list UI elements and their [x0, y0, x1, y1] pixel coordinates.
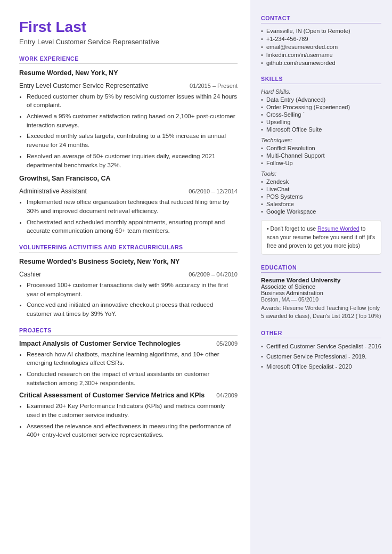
job-3-title-row: Cashier 06/2009 – 04/2010: [19, 271, 238, 278]
project-2-title: Critical Assessment of Customer Service …: [19, 392, 205, 399]
job-1-dates: 01/2015 – Present: [190, 83, 238, 89]
project-1-date: 05/2009: [216, 340, 238, 347]
edu-location: Boston, MA — 05/2010: [261, 296, 381, 303]
other-item: Certified Customer Service Specialist - …: [261, 343, 381, 351]
skill-item: Follow-Up: [261, 160, 381, 166]
job-2-bullets: Implemented new office organization tech…: [27, 198, 238, 235]
edu-field: Business Administration: [261, 290, 381, 296]
skills-heading: SKILLS: [261, 76, 381, 84]
skill-item: Cross-Selling `: [261, 111, 381, 118]
skill-item: Order Processing (Experienced): [261, 104, 381, 110]
bullet: Achieved a 95% customer satisfaction rat…: [27, 112, 238, 129]
employer-3: Resume Worded's Business Society, New Yo…: [19, 258, 238, 265]
contact-item: linkedin.com/in/username: [261, 52, 381, 58]
project-2-bullets: Examined 20+ Key Performance Indicators …: [27, 402, 238, 439]
job-2-title-row: Administrative Assistant 06/2010 – 12/20…: [19, 188, 238, 195]
promo-link[interactable]: Resume Worded: [317, 225, 360, 232]
job-1-title-row: Entry Level Customer Service Representat…: [19, 82, 238, 89]
education-heading: EDUCATION: [261, 264, 381, 273]
side-column: CONTACT Evansville, IN (Open to Remote) …: [250, 0, 392, 554]
skills-group-label-0: Hard Skills:: [261, 88, 381, 95]
edu-school: Resume Worded University: [261, 277, 381, 283]
skill-item: Data Entry (Advanced): [261, 96, 381, 103]
skill-item: Microsoft Office Suite: [261, 126, 381, 133]
project-2-date: 04/2009: [216, 392, 238, 398]
employer-2: Growthsi, San Francisco, CA: [19, 175, 238, 182]
skill-item: Zendesk: [261, 178, 381, 185]
bullet: Conceived and initiated an innovative ch…: [27, 300, 238, 318]
job-1-role: Entry Level Customer Service Representat…: [19, 82, 149, 89]
bullet: Examined 20+ Key Performance Indicators …: [27, 402, 238, 419]
bullet: Assessed the relevance and effectiveness…: [27, 422, 238, 439]
other-item: Microsoft Office Specialist - 2020: [261, 363, 381, 371]
projects-heading: PROJECTS: [19, 327, 238, 336]
project-1-bullets: Research how AI chatbots, machine learni…: [27, 350, 238, 388]
job-3-role: Cashier: [19, 271, 41, 278]
job-2-role: Administrative Assistant: [19, 188, 87, 195]
job-3-dates: 06/2009 – 04/2010: [189, 271, 238, 278]
contact-item: github.com/resumeworded: [261, 60, 381, 66]
bullet: Implemented new office organization tech…: [27, 198, 238, 215]
project-1-title: Impact Analysis of Customer Service Tech…: [19, 340, 181, 347]
main-column: First Last Entry Level Customer Service …: [0, 0, 250, 554]
skills-group-label-1: Techniques:: [261, 137, 381, 143]
bullet: Resolved an average of 50+ customer inqu…: [27, 152, 238, 169]
job-3-bullets: Processed 100+ customer transactions dai…: [27, 281, 238, 319]
bullet: Conducted research on the impact of virt…: [27, 370, 238, 387]
skill-item: Google Workspace: [261, 208, 381, 215]
other-heading: OTHER: [261, 330, 381, 338]
other-item: Customer Service Professional - 2019.: [261, 353, 381, 361]
contact-item: email@resumeworded.com: [261, 44, 381, 50]
edu-entry-0: Resume Worded University Associate of Sc…: [261, 277, 381, 320]
hard-skills-list: Data Entry (Advanced) Order Processing (…: [261, 96, 381, 133]
contact-heading: CONTACT: [261, 15, 381, 23]
skill-item: Conflict Resolution: [261, 145, 381, 151]
skill-item: LiveChat: [261, 186, 381, 192]
volunteering-heading: VOLUNTEERING ACTIVITIES AND EXTRACURRICU…: [19, 244, 238, 252]
skill-item: POS Systems: [261, 193, 381, 200]
edu-degree: Associate of Science: [261, 283, 381, 290]
project-1-title-row: Impact Analysis of Customer Service Tech…: [19, 340, 238, 347]
techniques-list: Conflict Resolution Multi-Channel Suppor…: [261, 145, 381, 166]
job-2-dates: 06/2010 – 12/2014: [189, 188, 238, 194]
candidate-title: Entry Level Customer Service Representat…: [19, 38, 238, 46]
work-experience-heading: WORK EXPERIENCE: [19, 55, 238, 64]
contact-list: Evansville, IN (Open to Remote) +1-234-4…: [261, 28, 381, 66]
bullet: Reduced customer churn by 5% by resolvin…: [27, 92, 238, 110]
bullet: Exceeded monthly sales targets, contribu…: [27, 132, 238, 149]
skills-group-label-2: Tools:: [261, 170, 381, 177]
skill-item: Upselling: [261, 119, 381, 125]
tools-list: Zendesk LiveChat POS Systems Salesforce …: [261, 178, 381, 215]
job-1-bullets: Reduced customer churn by 5% by resolvin…: [27, 92, 238, 169]
bullet: Processed 100+ customer transactions dai…: [27, 281, 238, 298]
other-list: Certified Customer Service Specialist - …: [261, 343, 381, 371]
edu-awards: Awards: Resume Worded Teaching Fellow (o…: [261, 304, 381, 320]
contact-item: Evansville, IN (Open to Remote): [261, 28, 381, 34]
contact-item: +1-234-456-789: [261, 36, 381, 42]
candidate-name: First Last: [19, 19, 238, 36]
bullet: Orchestrated and scheduled monthly appoi…: [27, 218, 238, 235]
project-2-title-row: Critical Assessment of Customer Service …: [19, 392, 238, 399]
employer-1: Resume Worded, New York, NY: [19, 69, 238, 77]
promo-box: • Don't forget to use Resume Worded to s…: [261, 220, 381, 255]
bullet: Research how AI chatbots, machine learni…: [27, 350, 238, 368]
skill-item: Salesforce: [261, 201, 381, 207]
skill-item: Multi-Channel Support: [261, 152, 381, 159]
